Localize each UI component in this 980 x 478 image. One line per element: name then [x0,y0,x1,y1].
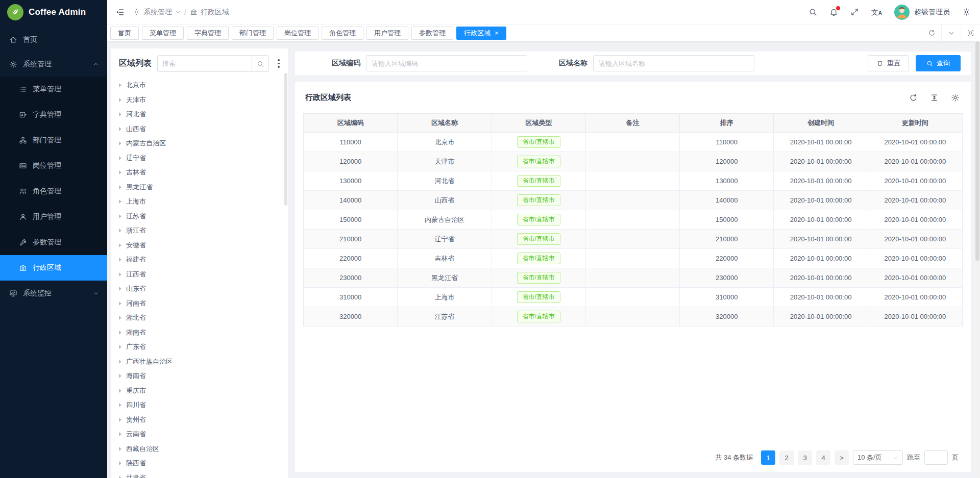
table-row[interactable]: 120000 天津市 省市/直辖市 120000 2020-10-01 00:0… [304,152,962,171]
tab[interactable]: 行政区域 × [456,27,506,40]
tree-item[interactable]: 北京市 [111,78,288,93]
caret-right-icon[interactable] [119,156,121,160]
page-button[interactable]: 1 [761,450,775,465]
tree-item[interactable]: 福建省 [111,253,288,267]
tree-item[interactable]: 河北省 [111,107,288,122]
page-size-select[interactable]: 10 条/页 [853,450,903,465]
caret-right-icon[interactable] [119,98,121,102]
tree-item[interactable]: 浙江省 [111,223,288,238]
search-button[interactable]: 查询 [916,55,961,71]
tab[interactable]: 用户管理 × [366,27,408,40]
row-density-icon[interactable] [930,93,939,102]
page-scrollbar[interactable] [975,41,980,478]
sidebar-item-menu-management[interactable]: 菜单管理 [0,77,107,102]
sidebar-section-monitor[interactable]: 系统监控 [0,281,107,306]
tree-item[interactable]: 江西省 [111,267,288,282]
refresh-icon[interactable] [922,24,941,41]
caret-right-icon[interactable] [119,127,121,131]
region-code-input[interactable] [366,55,527,71]
user-menu[interactable]: 超级管理员 [894,5,950,20]
tree-item[interactable]: 海南省 [111,369,288,384]
sidebar-item-post-management[interactable]: 岗位管理 [0,153,107,179]
caret-right-icon[interactable] [119,301,121,306]
sidebar-item-dictionary-management[interactable]: 字典管理 [0,102,107,128]
tree-item[interactable]: 湖南省 [111,325,288,340]
caret-right-icon[interactable] [119,272,121,276]
tree-item[interactable]: 重庆市 [111,384,288,398]
caret-right-icon[interactable] [119,461,121,465]
sidebar-collapse-icon[interactable] [115,8,125,17]
sidebar-item-home[interactable]: 首页 [0,28,107,52]
tree-item[interactable]: 河南省 [111,296,288,311]
tab[interactable]: 角色管理 × [322,27,363,40]
fullscreen-icon[interactable] [850,8,859,16]
tree-item[interactable]: 甘肃省 [111,471,288,478]
tab[interactable]: 菜单管理 × [142,27,184,40]
region-name-input[interactable] [593,55,754,71]
table-row[interactable]: 320000 江苏省 省市/直辖市 320000 2020-10-01 00:0… [304,307,962,326]
caret-right-icon[interactable] [119,141,121,145]
table-row[interactable]: 140000 山西省 省市/直辖市 140000 2020-10-01 00:0… [304,191,962,210]
tree-item[interactable]: 湖北省 [111,311,288,325]
table-row[interactable]: 150000 内蒙古自治区 省市/直辖市 150000 2020-10-01 0… [304,210,962,230]
tab[interactable]: 参数管理 × [411,27,453,40]
column-settings-gear-icon[interactable] [951,93,960,102]
caret-right-icon[interactable] [119,185,121,189]
caret-right-icon[interactable] [119,243,121,247]
tree-item[interactable]: 陕西省 [111,456,288,471]
more-options-icon[interactable] [275,57,283,70]
tree-item[interactable]: 云南省 [111,427,288,442]
caret-right-icon[interactable] [119,316,121,320]
tree-item[interactable]: 贵州省 [111,413,288,427]
maximize-icon[interactable] [961,24,980,41]
caret-right-icon[interactable] [119,83,121,87]
tree-item[interactable]: 内蒙古自治区 [111,136,288,151]
tab[interactable]: 字典管理 × [187,27,229,40]
tree-search-icon[interactable] [252,56,268,71]
caret-right-icon[interactable] [119,170,121,174]
caret-right-icon[interactable] [119,287,121,291]
sidebar-section-system[interactable]: 系统管理 [0,52,107,77]
breadcrumb-parent[interactable]: 系统管理 [133,8,181,17]
tree-item[interactable]: 广东省 [111,340,288,355]
reset-button[interactable]: 重置 [868,55,909,71]
tree-item[interactable]: 天津市 [111,93,288,108]
page-button[interactable]: 3 [798,450,812,465]
tree-search-input[interactable] [158,56,252,71]
table-row[interactable]: 220000 吉林省 省市/直辖市 220000 2020-10-01 00:0… [304,249,962,268]
caret-right-icon[interactable] [119,432,121,436]
table-row[interactable]: 310000 上海市 省市/直辖市 310000 2020-10-01 00:0… [304,288,962,307]
caret-right-icon[interactable] [119,418,121,422]
caret-right-icon[interactable] [119,389,121,393]
sidebar-item-user-management[interactable]: 用户管理 [0,204,107,230]
tree-item[interactable]: 黑龙江省 [111,180,288,195]
tab[interactable]: 首页 × [110,27,139,40]
caret-right-icon[interactable] [119,360,121,364]
sidebar-item-params-management[interactable]: 参数管理 [0,230,107,255]
table-row[interactable]: 230000 黑龙江省 省市/直辖市 230000 2020-10-01 00:… [304,268,962,288]
search-icon[interactable] [808,8,817,16]
jump-page-input[interactable] [924,450,948,465]
tree-item[interactable]: 广西壮族自治区 [111,355,288,369]
tree-item[interactable]: 辽宁省 [111,151,288,166]
caret-right-icon[interactable] [119,403,121,407]
caret-right-icon[interactable] [119,214,121,218]
caret-right-icon[interactable] [119,374,121,378]
translate-icon[interactable]: 文A [871,9,882,16]
table-row[interactable]: 110000 北京市 省市/直辖市 110000 2020-10-01 00:0… [304,133,962,152]
caret-right-icon[interactable] [119,476,121,478]
page-button[interactable]: 4 [816,450,830,465]
settings-gear-icon[interactable] [962,8,971,16]
refresh-icon[interactable] [909,93,918,102]
tree-item[interactable]: 山东省 [111,282,288,296]
tree-item[interactable]: 安徽省 [111,238,288,253]
page-scrollbar-thumb[interactable] [975,41,979,261]
sidebar-item-region[interactable]: 行政区域 [0,255,107,281]
chevron-down-icon[interactable] [941,24,961,41]
tree-item[interactable]: 四川省 [111,398,288,413]
tree-scrollbar-thumb[interactable] [284,73,287,206]
caret-right-icon[interactable] [119,331,121,335]
caret-right-icon[interactable] [119,199,121,204]
notification-bell-icon[interactable] [829,8,838,16]
table-row[interactable]: 130000 河北省 省市/直辖市 130000 2020-10-01 00:0… [304,171,962,191]
